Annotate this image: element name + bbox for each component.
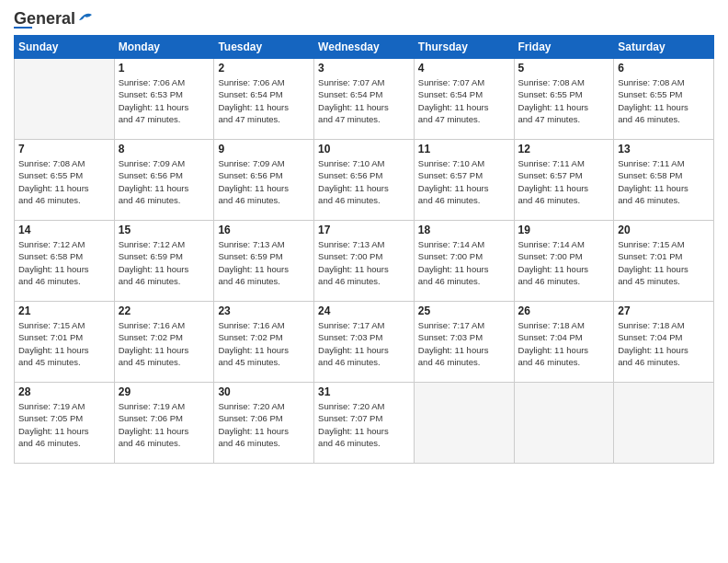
day-info: Sunrise: 7:15 AM Sunset: 7:01 PM Dayligh… <box>18 319 110 368</box>
day-number: 14 <box>18 224 110 236</box>
day-info: Sunrise: 7:14 AM Sunset: 7:00 PM Dayligh… <box>418 238 510 287</box>
day-info: Sunrise: 7:16 AM Sunset: 7:02 PM Dayligh… <box>218 319 310 368</box>
day-number: 10 <box>318 143 410 155</box>
day-info: Sunrise: 7:12 AM Sunset: 6:58 PM Dayligh… <box>18 238 110 287</box>
day-info: Sunrise: 7:10 AM Sunset: 6:57 PM Dayligh… <box>418 157 510 206</box>
weekday-header-sunday: Sunday <box>15 36 115 59</box>
calendar-cell: 16Sunrise: 7:13 AM Sunset: 6:59 PM Dayli… <box>214 221 314 302</box>
day-info: Sunrise: 7:20 AM Sunset: 7:06 PM Dayligh… <box>218 400 310 449</box>
day-number: 29 <box>119 385 210 398</box>
day-number: 16 <box>218 224 310 236</box>
calendar-table: SundayMondayTuesdayWednesdayThursdayFrid… <box>14 35 714 464</box>
weekday-header-thursday: Thursday <box>414 36 514 59</box>
calendar-cell: 2Sunrise: 7:06 AM Sunset: 6:54 PM Daylig… <box>214 59 314 140</box>
calendar-cell <box>614 383 714 464</box>
day-info: Sunrise: 7:18 AM Sunset: 7:04 PM Dayligh… <box>518 319 610 368</box>
calendar-cell: 24Sunrise: 7:17 AM Sunset: 7:03 PM Dayli… <box>314 302 415 383</box>
calendar-week-row: 21Sunrise: 7:15 AM Sunset: 7:01 PM Dayli… <box>15 302 714 383</box>
day-number: 11 <box>418 143 510 155</box>
calendar-week-row: 14Sunrise: 7:12 AM Sunset: 6:58 PM Dayli… <box>15 221 714 302</box>
day-info: Sunrise: 7:16 AM Sunset: 7:02 PM Dayligh… <box>119 319 210 368</box>
calendar-cell: 20Sunrise: 7:15 AM Sunset: 7:01 PM Dayli… <box>614 221 714 302</box>
calendar-cell: 1Sunrise: 7:06 AM Sunset: 6:53 PM Daylig… <box>114 59 214 140</box>
calendar-cell: 28Sunrise: 7:19 AM Sunset: 7:05 PM Dayli… <box>15 383 115 464</box>
day-info: Sunrise: 7:06 AM Sunset: 6:53 PM Dayligh… <box>119 76 210 125</box>
day-number: 2 <box>218 62 310 75</box>
day-info: Sunrise: 7:10 AM Sunset: 6:56 PM Dayligh… <box>318 157 410 206</box>
calendar-cell: 13Sunrise: 7:11 AM Sunset: 6:58 PM Dayli… <box>614 140 714 221</box>
day-info: Sunrise: 7:14 AM Sunset: 7:00 PM Dayligh… <box>518 238 610 287</box>
calendar-cell: 10Sunrise: 7:10 AM Sunset: 6:56 PM Dayli… <box>314 140 415 221</box>
calendar-cell: 8Sunrise: 7:09 AM Sunset: 6:56 PM Daylig… <box>114 140 214 221</box>
day-number: 24 <box>318 304 410 317</box>
day-info: Sunrise: 7:09 AM Sunset: 6:56 PM Dayligh… <box>119 157 210 206</box>
calendar-cell <box>514 383 614 464</box>
calendar-cell: 15Sunrise: 7:12 AM Sunset: 6:59 PM Dayli… <box>114 221 214 302</box>
logo-general: General <box>14 9 75 29</box>
weekday-header-wednesday: Wednesday <box>314 36 415 59</box>
day-number: 12 <box>518 143 610 155</box>
calendar-cell: 12Sunrise: 7:11 AM Sunset: 6:57 PM Dayli… <box>514 140 614 221</box>
day-number: 25 <box>418 304 510 317</box>
logo-bird-icon <box>77 11 94 24</box>
day-info: Sunrise: 7:17 AM Sunset: 7:03 PM Dayligh… <box>318 319 410 368</box>
day-info: Sunrise: 7:08 AM Sunset: 6:55 PM Dayligh… <box>518 76 610 125</box>
weekday-header-friday: Friday <box>514 36 614 59</box>
day-number: 9 <box>218 143 310 155</box>
calendar-cell: 17Sunrise: 7:13 AM Sunset: 7:00 PM Dayli… <box>314 221 415 302</box>
day-number: 31 <box>318 385 410 398</box>
day-number: 28 <box>18 385 110 398</box>
calendar-cell: 9Sunrise: 7:09 AM Sunset: 6:56 PM Daylig… <box>214 140 314 221</box>
day-number: 26 <box>518 304 610 317</box>
calendar-cell: 26Sunrise: 7:18 AM Sunset: 7:04 PM Dayli… <box>514 302 614 383</box>
calendar-header-row: SundayMondayTuesdayWednesdayThursdayFrid… <box>15 36 714 59</box>
day-number: 6 <box>618 62 710 75</box>
day-info: Sunrise: 7:07 AM Sunset: 6:54 PM Dayligh… <box>418 76 510 125</box>
calendar-cell: 25Sunrise: 7:17 AM Sunset: 7:03 PM Dayli… <box>414 302 514 383</box>
weekday-header-monday: Monday <box>114 36 214 59</box>
calendar-cell: 4Sunrise: 7:07 AM Sunset: 6:54 PM Daylig… <box>414 59 514 140</box>
calendar-cell: 27Sunrise: 7:18 AM Sunset: 7:04 PM Dayli… <box>614 302 714 383</box>
calendar-cell: 31Sunrise: 7:20 AM Sunset: 7:07 PM Dayli… <box>314 383 415 464</box>
day-info: Sunrise: 7:06 AM Sunset: 6:54 PM Dayligh… <box>218 76 310 125</box>
calendar-cell: 5Sunrise: 7:08 AM Sunset: 6:55 PM Daylig… <box>514 59 614 140</box>
day-info: Sunrise: 7:20 AM Sunset: 7:07 PM Dayligh… <box>318 400 410 449</box>
calendar-cell: 7Sunrise: 7:08 AM Sunset: 6:55 PM Daylig… <box>15 140 115 221</box>
calendar-cell: 22Sunrise: 7:16 AM Sunset: 7:02 PM Dayli… <box>114 302 214 383</box>
day-info: Sunrise: 7:19 AM Sunset: 7:06 PM Dayligh… <box>119 400 210 449</box>
calendar-cell: 21Sunrise: 7:15 AM Sunset: 7:01 PM Dayli… <box>15 302 115 383</box>
day-number: 23 <box>218 304 310 317</box>
day-number: 19 <box>518 224 610 236</box>
day-info: Sunrise: 7:17 AM Sunset: 7:03 PM Dayligh… <box>418 319 510 368</box>
calendar-cell: 23Sunrise: 7:16 AM Sunset: 7:02 PM Dayli… <box>214 302 314 383</box>
day-number: 1 <box>119 62 210 75</box>
day-info: Sunrise: 7:15 AM Sunset: 7:01 PM Dayligh… <box>618 238 710 287</box>
day-number: 30 <box>218 385 310 398</box>
page: General SundayMondayTuesdayWednesdayThur… <box>0 0 728 563</box>
weekday-header-tuesday: Tuesday <box>214 36 314 59</box>
day-number: 22 <box>119 304 210 317</box>
day-number: 18 <box>418 224 510 236</box>
calendar-cell <box>15 59 115 140</box>
header: General <box>14 9 714 29</box>
day-info: Sunrise: 7:09 AM Sunset: 6:56 PM Dayligh… <box>218 157 310 206</box>
day-info: Sunrise: 7:13 AM Sunset: 7:00 PM Dayligh… <box>318 238 410 287</box>
day-number: 17 <box>318 224 410 236</box>
day-info: Sunrise: 7:19 AM Sunset: 7:05 PM Dayligh… <box>18 400 110 449</box>
day-number: 13 <box>618 143 710 155</box>
calendar-cell: 14Sunrise: 7:12 AM Sunset: 6:58 PM Dayli… <box>15 221 115 302</box>
day-number: 8 <box>119 143 210 155</box>
day-info: Sunrise: 7:11 AM Sunset: 6:58 PM Dayligh… <box>618 157 710 206</box>
day-info: Sunrise: 7:07 AM Sunset: 6:54 PM Dayligh… <box>318 76 410 125</box>
day-number: 20 <box>618 224 710 236</box>
day-number: 4 <box>418 62 510 75</box>
day-info: Sunrise: 7:18 AM Sunset: 7:04 PM Dayligh… <box>618 319 710 368</box>
logo-blue <box>14 27 32 29</box>
calendar-cell: 30Sunrise: 7:20 AM Sunset: 7:06 PM Dayli… <box>214 383 314 464</box>
day-info: Sunrise: 7:11 AM Sunset: 6:57 PM Dayligh… <box>518 157 610 206</box>
calendar-week-row: 28Sunrise: 7:19 AM Sunset: 7:05 PM Dayli… <box>15 383 714 464</box>
logo: General <box>14 9 94 29</box>
weekday-header-saturday: Saturday <box>614 36 714 59</box>
day-info: Sunrise: 7:13 AM Sunset: 6:59 PM Dayligh… <box>218 238 310 287</box>
calendar-cell <box>414 383 514 464</box>
